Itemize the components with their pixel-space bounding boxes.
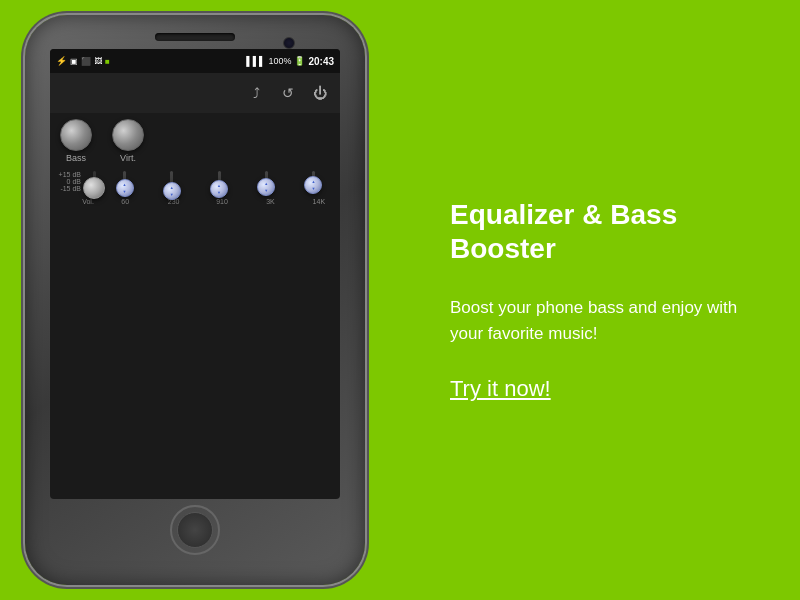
eq-slider-910[interactable] <box>198 171 239 192</box>
app-title: Equalizer & Bass Booster <box>450 198 770 265</box>
eq-slider-3k[interactable] <box>246 171 287 192</box>
status-bar: ⚡ ▣ ⬛ 🖼 ■ ▌▌▌ 100% 🔋 20:43 <box>50 49 340 73</box>
volume-thumb[interactable] <box>83 177 105 199</box>
phone-camera <box>283 37 295 49</box>
usb-icon: ⚡ <box>56 56 67 66</box>
eq-slider-60[interactable] <box>104 171 145 192</box>
freq-910: 910 <box>201 198 243 205</box>
virt-knob-wrapper: Virt. <box>112 119 144 163</box>
eq-slider-230[interactable] <box>151 171 192 192</box>
app-toolbar: ⤴ ↺ ⏻ <box>50 73 340 113</box>
home-button-inner <box>177 512 213 548</box>
bass-knob[interactable] <box>60 119 92 151</box>
status-right: ▌▌▌ 100% 🔋 20:43 <box>246 56 334 67</box>
signal-icon: ▌▌▌ <box>246 56 265 66</box>
battery-icon: ▣ <box>70 57 78 66</box>
battery-full-icon: 🔋 <box>294 56 305 66</box>
eq-area: +15 dB 0 dB -15 dB <box>50 167 340 196</box>
virt-knob-label: Virt. <box>120 153 136 163</box>
green-indicator: ■ <box>105 57 110 66</box>
phone-screen: ⚡ ▣ ⬛ 🖼 ■ ▌▌▌ 100% 🔋 20:43 ⤴ ↺ ⏻ <box>50 49 340 499</box>
power-icon[interactable]: ⏻ <box>310 83 330 103</box>
db-labels: +15 dB 0 dB -15 dB <box>56 167 84 196</box>
status-icons-left: ⚡ ▣ ⬛ 🖼 ■ <box>56 56 110 66</box>
db-mid-label: 0 dB <box>56 178 81 185</box>
eq-sliders <box>104 167 334 196</box>
screenshot-icon: ⬛ <box>81 57 91 66</box>
app-description: Boost your phone bass and enjoy with you… <box>450 295 770 346</box>
knobs-row: Bass Virt. <box>50 113 340 167</box>
bass-knob-label: Bass <box>66 153 86 163</box>
freq-vol-label: Vol. <box>78 198 98 205</box>
phone-body: ⚡ ▣ ⬛ 🖼 ■ ▌▌▌ 100% 🔋 20:43 ⤴ ↺ ⏻ <box>25 15 365 585</box>
db-low-label: -15 dB <box>56 185 81 192</box>
phone-speaker <box>155 33 235 41</box>
status-time: 20:43 <box>308 56 334 67</box>
battery-percent: 100% <box>268 56 291 66</box>
try-now-link[interactable]: Try it now! <box>450 376 770 402</box>
refresh-icon[interactable]: ↺ <box>278 83 298 103</box>
image-icon: 🖼 <box>94 57 102 66</box>
freq-3k: 3K <box>249 198 291 205</box>
right-content: Equalizer & Bass Booster Boost your phon… <box>420 158 800 442</box>
phone-mockup: ⚡ ▣ ⬛ 🖼 ■ ▌▌▌ 100% 🔋 20:43 ⤴ ↺ ⏻ <box>10 10 380 590</box>
freq-60: 60 <box>104 198 146 205</box>
volume-slider[interactable] <box>84 167 104 196</box>
virt-knob[interactable] <box>112 119 144 151</box>
freq-14k: 14K <box>298 198 340 205</box>
bass-knob-wrapper: Bass <box>60 119 92 163</box>
eq-slider-14k[interactable] <box>293 171 334 192</box>
db-high-label: +15 dB <box>56 171 81 178</box>
share-icon[interactable]: ⤴ <box>246 83 266 103</box>
home-button[interactable] <box>170 505 220 555</box>
